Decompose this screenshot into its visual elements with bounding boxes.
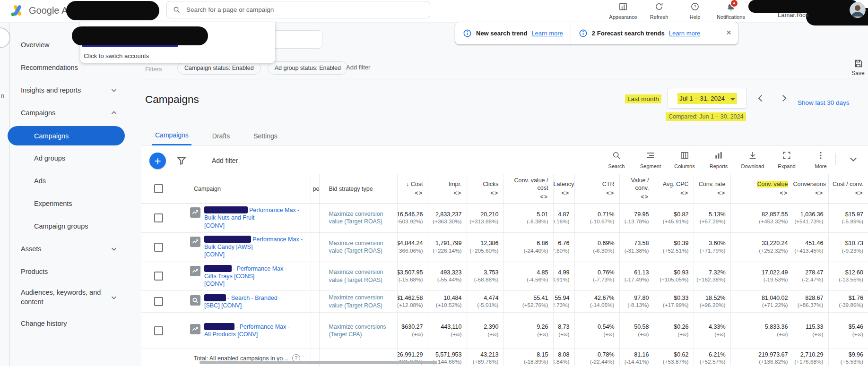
column-header-conversions[interactable]: Conversions<> <box>793 174 828 204</box>
row-checkbox[interactable] <box>154 243 163 252</box>
global-search[interactable] <box>166 1 430 18</box>
metric-value: 4.33% <box>694 323 726 331</box>
tab-drafts[interactable]: Drafts <box>209 132 233 145</box>
column-header-text: Clicks <box>483 181 498 187</box>
bid-strategy-cell: Maximize conversion value (Target ROAS) <box>319 291 397 313</box>
column-header-ctr[interactable]: CTR<> <box>574 174 619 204</box>
metric-delta: (+89.76%) <box>467 358 499 366</box>
column-header-conv-value[interactable]: Conv. value<> <box>730 174 793 204</box>
campaign-wrap: Performance Max -Bulk Nuts and Fruit[CON… <box>184 204 311 232</box>
compare-columns-icon[interactable]: <> <box>654 190 689 196</box>
new-campaign-button[interactable]: + <box>149 153 166 169</box>
save-label: Save <box>851 70 864 77</box>
sidebar-item-insights-and-reports[interactable]: Insights and reports <box>9 79 142 102</box>
next-period-button[interactable] <box>779 93 790 104</box>
appearance-button[interactable]: Appearance <box>611 0 635 20</box>
filter-chip-ad-group-status-enabled[interactable]: Ad group status: Enabled <box>268 61 348 75</box>
metric-value: 219,973.67 <box>731 351 788 358</box>
close-icon[interactable]: × <box>726 28 731 37</box>
sidebar-item-assets[interactable]: Assets <box>9 238 142 260</box>
select-all-checkbox[interactable] <box>154 184 163 193</box>
column-header-impr[interactable]: Impr.<> <box>428 174 467 204</box>
download-button[interactable]: Download <box>741 151 764 169</box>
refresh-button[interactable]: Refresh <box>647 0 671 20</box>
sidebar-item-campaigns[interactable]: Campaigns <box>9 102 142 124</box>
compare-columns-icon[interactable]: <> <box>428 190 462 196</box>
horizontal-scrollbar[interactable] <box>200 361 437 364</box>
global-search-input[interactable] <box>185 6 424 14</box>
date-range-picker[interactable]: Jul 1 – 31, 2024 <box>668 88 747 109</box>
column-header-value-conv[interactable]: Value / conv.<> <box>619 174 654 204</box>
row-checkbox[interactable] <box>154 213 163 222</box>
metric-value: 4.85 <box>504 269 548 276</box>
compare-columns-icon[interactable]: <> <box>504 194 548 200</box>
more-button[interactable]: More <box>809 151 833 169</box>
compare-columns-icon[interactable]: <> <box>467 190 499 196</box>
campaign-link[interactable]: - Performance Max -All Products [CONV] <box>204 323 290 339</box>
collapse-toolbar-button[interactable] <box>848 153 859 165</box>
metric-delta: (+52.51%) <box>654 247 689 255</box>
campaign-link[interactable]: - Performance Max -Gifts Trays [CONS][CO… <box>204 265 287 288</box>
filter-funnel-icon[interactable] <box>176 155 187 166</box>
sidebar-item-campaigns[interactable]: Campaigns <box>8 126 125 145</box>
column-header-clicks[interactable]: Clicks<> <box>467 174 503 204</box>
search-button[interactable]: Search <box>605 151 628 169</box>
column-header-conv-rate[interactable]: Conv. rate<> <box>694 174 730 204</box>
sidebar-item-ad-groups[interactable]: Ad groups <box>9 147 142 170</box>
campaign-link[interactable]: Performance Max -Bulk Nuts and Fruit[CON… <box>204 206 299 230</box>
row-checkbox[interactable] <box>154 297 163 306</box>
learn-more-link[interactable]: Learn more <box>669 30 700 37</box>
reports-button[interactable]: Reports <box>707 151 730 169</box>
filter-chip-campaign-status-enabled[interactable]: Campaign status: Enabled <box>177 61 261 75</box>
sidebar-item-experiments[interactable]: Experiments <box>9 192 142 215</box>
sidebar-item-audiences-keywords-and-content[interactable]: Audiences, keywords, and content <box>9 283 142 312</box>
row-status-cell <box>166 313 184 349</box>
svg-text:?: ? <box>694 4 696 9</box>
add-filter-button[interactable]: Add filter <box>346 64 370 71</box>
column-header-bid-strategy-type[interactable]: Bid strategy type <box>319 174 397 204</box>
columns-button[interactable]: Columns <box>673 151 696 169</box>
metric-delta: (+∞) <box>504 331 548 338</box>
column-header-conv-value-cost[interactable]: Conv. value / cost<> <box>503 174 553 204</box>
save-button[interactable]: Save <box>848 59 868 77</box>
campaign-link[interactable]: - Search - Branded[SBC] [CONV] <box>204 294 278 310</box>
help-button[interactable]: ?Help <box>683 0 707 20</box>
notifications-button[interactable]: Notifications <box>719 0 743 20</box>
column-header-text: Conv. value / cost <box>514 177 548 191</box>
column-header-campaign[interactable]: Campaign <box>184 174 311 204</box>
column-header-latency[interactable]: Latency<> <box>553 174 574 204</box>
compare-columns-icon[interactable]: <> <box>398 190 423 196</box>
compare-columns-icon[interactable]: <> <box>731 190 788 196</box>
column-header-cost[interactable]: ↓ Cost<> <box>397 174 428 204</box>
avatar[interactable] <box>850 2 866 18</box>
column-header-label: Latency <box>554 181 570 188</box>
compare-columns-icon[interactable]: <> <box>793 190 824 196</box>
tab-campaigns[interactable]: Campaigns <box>152 131 191 145</box>
redacted-name-fragment <box>204 206 248 213</box>
metric-delta: (-3.91%) <box>554 276 570 283</box>
add-filter-button[interactable]: Add filter <box>212 157 238 164</box>
compare-columns-icon[interactable]: <> <box>694 190 726 196</box>
segment-button[interactable]: Segment <box>639 151 662 169</box>
compare-columns-icon[interactable]: <> <box>829 190 864 196</box>
sidebar-item-campaign-groups[interactable]: Campaign groups <box>9 215 142 238</box>
sidebar-item-ads[interactable]: Ads <box>9 170 142 192</box>
metric-delta: (-22.44%) <box>575 358 615 366</box>
expand-button[interactable]: Expand <box>775 151 799 169</box>
column-header-avg-cpc[interactable]: Avg. CPC<> <box>654 174 694 204</box>
redacted-name-fragment <box>204 294 226 301</box>
campaign-link[interactable]: Performance Max -Bulk Candy [AWS][CONV] <box>204 236 303 259</box>
compare-columns-icon[interactable]: <> <box>575 190 615 196</box>
show-last-30-days-link[interactable]: Show last 30 days <box>798 99 850 106</box>
compare-columns-icon[interactable]: <> <box>554 190 570 196</box>
previous-period-button[interactable] <box>755 93 767 104</box>
sidebar-item-products[interactable]: Products <box>9 260 142 283</box>
learn-more-link[interactable]: Learn more <box>531 30 563 37</box>
column-header-cost-conv[interactable]: Cost / conv.<> <box>828 174 868 204</box>
compare-columns-icon[interactable]: <> <box>620 194 649 200</box>
tab-settings[interactable]: Settings <box>251 132 280 145</box>
row-checkbox[interactable] <box>154 326 163 335</box>
sidebar-item-change-history[interactable]: Change history <box>9 312 142 335</box>
metric-value: 5,571,953 <box>428 351 462 358</box>
row-checkbox[interactable] <box>154 272 163 281</box>
